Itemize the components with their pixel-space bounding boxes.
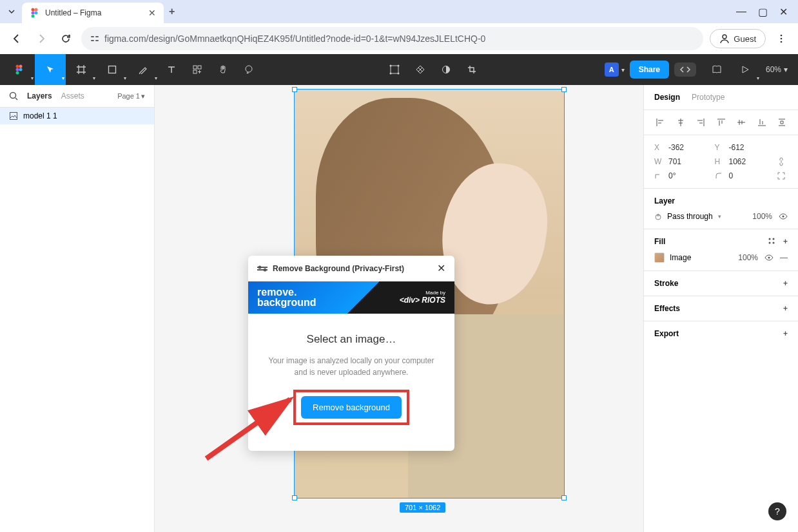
add-export-button[interactable]: + [783,329,788,338]
styles-icon[interactable] [768,237,775,245]
layers-tab[interactable]: Layers [27,91,52,100]
constrain-proportions-icon[interactable] [778,157,784,166]
share-button[interactable]: Share [630,61,669,79]
svg-point-42 [768,257,770,259]
design-tab[interactable]: Design [654,93,680,102]
layer-opacity[interactable]: 100% [752,212,772,221]
w-value[interactable]: 701 [668,157,712,166]
hand-tool-button[interactable] [210,54,236,85]
svg-point-40 [768,242,770,244]
text-tool-button[interactable] [159,54,184,85]
resize-handle-bl[interactable] [292,495,297,500]
user-avatar[interactable]: A [605,62,619,77]
remove-background-button[interactable]: Remove background [301,396,402,419]
rotation-value[interactable]: 0° [668,171,712,180]
plugin-icon [257,265,268,272]
chevron-down-icon: ▾ [784,65,788,74]
close-window-button[interactable]: ✕ [779,6,788,18]
present-button[interactable]: ▾ [730,54,761,85]
library-button[interactable] [704,54,730,85]
component-icon [416,65,425,74]
add-stroke-button[interactable]: + [783,279,788,288]
align-left-icon[interactable] [654,117,666,128]
svg-rect-8 [95,40,99,41]
x-value[interactable]: -362 [668,143,712,152]
blend-mode-select[interactable]: Pass through [667,212,713,221]
figma-menu-button[interactable]: ▾ [4,54,35,85]
svg-point-13 [16,65,19,68]
h-value[interactable]: 1062 [729,157,773,166]
user-icon [719,33,730,44]
svg-rect-23 [391,66,398,73]
layer-item[interactable]: model 1 1 [0,108,154,124]
reload-icon [61,33,71,44]
resize-handle-br[interactable] [561,495,567,500]
forward-button[interactable] [32,30,50,48]
dialog-close-button[interactable]: ✕ [437,262,445,274]
align-top-icon[interactable] [715,117,727,128]
tab-close-button[interactable]: ✕ [148,8,156,18]
stroke-section-label: Stroke [654,279,678,288]
figma-toolbar: ▾ ▾ ▾ ▾ ▾ A ▾ Share ▾ 60%▾ [0,54,798,85]
align-vcenter-icon[interactable] [735,117,747,128]
y-value[interactable]: -612 [729,143,773,152]
avatar-chevron-icon[interactable]: ▾ [621,66,625,73]
resources-icon [193,65,202,74]
back-button[interactable] [8,30,26,48]
maximize-button[interactable]: ▢ [758,6,768,18]
create-component-button[interactable] [407,54,433,85]
resize-handle-tl[interactable] [292,87,297,92]
url-field[interactable]: figma.com/design/GoMmnaetkqnQHiqEZ4K95f/… [81,27,703,50]
dialog-heading: Select an image… [264,333,439,346]
align-hcenter-icon[interactable] [675,117,686,128]
edit-object-button[interactable] [382,54,407,85]
arrow-left-icon [11,33,23,44]
resources-button[interactable] [184,54,210,85]
shape-tool-button[interactable]: ▾ [97,54,128,85]
fill-type[interactable]: Image [670,253,691,262]
reload-button[interactable] [57,30,75,48]
prototype-tab[interactable]: Prototype [692,93,725,102]
svg-point-3 [35,12,38,15]
zoom-dropdown[interactable]: 60%▾ [766,65,788,74]
resize-handle-tr[interactable] [561,87,567,92]
mask-button[interactable] [433,54,459,85]
text-icon [167,65,176,74]
help-button[interactable]: ? [768,502,786,520]
assets-tab[interactable]: Assets [61,91,84,100]
add-fill-button[interactable]: + [783,237,788,246]
search-icon[interactable] [9,91,18,100]
visibility-icon[interactable] [764,254,774,261]
frame-icon [76,64,86,75]
layers-panel: Layers Assets Page 1 ▾ model 1 1 [0,85,155,532]
mask-icon [442,65,451,74]
new-tab-button[interactable]: + [164,3,180,20]
visibility-icon[interactable] [779,213,788,220]
remove-fill-button[interactable]: — [780,253,788,262]
dev-mode-toggle[interactable] [674,62,696,77]
pen-tool-button[interactable]: ▾ [128,54,159,85]
comment-tool-button[interactable] [236,54,262,85]
search-tabs-button[interactable] [5,5,18,18]
move-tool-button[interactable]: ▾ [35,54,66,85]
distribute-icon[interactable] [776,117,788,128]
browser-menu-button[interactable] [772,30,790,48]
fill-opacity[interactable]: 100% [738,253,758,262]
browser-tab[interactable]: Untitled – Figma ✕ [22,3,164,23]
add-effect-button[interactable]: + [783,304,788,313]
canvas[interactable]: 701 × 1062 Remove Background (Privacy-Fi… [155,85,643,532]
corner-value[interactable]: 0 [729,171,773,180]
independent-corners-icon[interactable] [777,172,785,180]
minimize-button[interactable]: — [736,6,746,18]
frame-tool-button[interactable]: ▾ [66,54,97,85]
page-selector[interactable]: Page 1 ▾ [117,92,145,100]
profile-button[interactable]: Guest [710,29,766,48]
chevron-down-icon: ▾ [155,75,157,81]
align-right-icon[interactable] [695,117,706,128]
chevron-down-icon: ▾ [93,75,95,81]
plugin-banner: remove. background Made by <div> RIOTS [248,281,454,314]
code-icon [679,66,691,73]
align-bottom-icon[interactable] [756,117,768,128]
fill-swatch[interactable] [654,252,665,263]
crop-button[interactable] [459,54,485,85]
